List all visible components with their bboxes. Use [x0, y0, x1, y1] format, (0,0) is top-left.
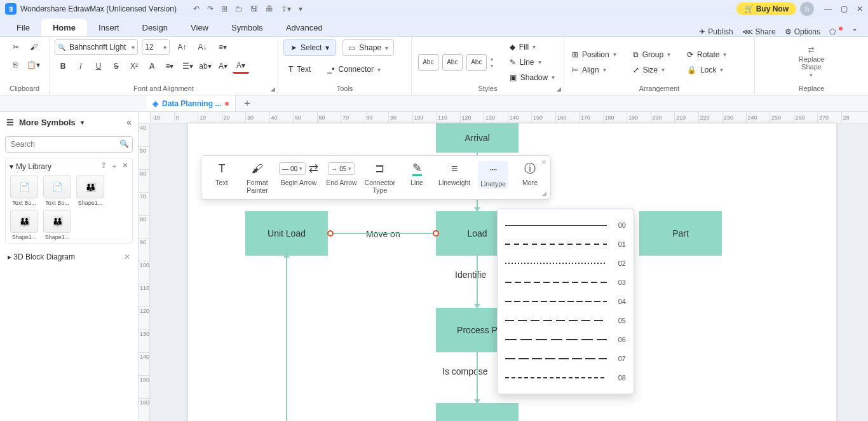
connector-process-bottom[interactable]: [477, 352, 478, 403]
lib-item-4[interactable]: 👪Shape1...: [10, 210, 39, 240]
group-button[interactable]: ⧉ Group▾: [630, 48, 673, 62]
select-tool-button[interactable]: ➤ Select ▾: [283, 39, 336, 56]
linetype-option-06[interactable]: 06: [503, 330, 628, 349]
symbol-search-input[interactable]: [5, 136, 133, 153]
linetype-option-01[interactable]: 01: [503, 235, 628, 254]
linetype-option-00[interactable]: 00: [503, 216, 628, 235]
underline-icon[interactable]: U: [90, 59, 107, 74]
bullets-icon[interactable]: ☰▾: [179, 59, 196, 74]
search-icon[interactable]: 🔍: [119, 139, 129, 148]
lib-item-2[interactable]: 📄Text Bo...: [43, 176, 72, 206]
options-button[interactable]: ⚙ Options: [785, 27, 820, 36]
format-brush-icon[interactable]: 🖌: [25, 39, 42, 55]
position-button[interactable]: ⊞ Position▾: [569, 48, 619, 62]
canvas[interactable]: Arrival Unit Load Load Part Process P: [150, 123, 868, 421]
open-icon[interactable]: 🗀: [235, 4, 243, 13]
lock-button[interactable]: 🔒 Lock▾: [684, 63, 729, 77]
italic-icon[interactable]: I: [72, 59, 89, 74]
publish-button[interactable]: ✈ Publish: [699, 27, 733, 36]
lib-item-1[interactable]: 📄Text Bo...: [10, 176, 39, 206]
text-highlight-icon[interactable]: A▾: [215, 59, 231, 74]
style-preset-1[interactable]: Abc: [418, 54, 438, 71]
connection-point-icon[interactable]: [327, 230, 334, 237]
tab-file[interactable]: File: [5, 19, 41, 36]
lib-export-icon[interactable]: ⇪: [100, 161, 107, 172]
ft-format-painter[interactable]: 🖌Format Painter: [243, 161, 271, 194]
font-family-select[interactable]: Bahnschrift Light: [55, 39, 138, 55]
ft-more[interactable]: ⓘMore: [516, 161, 544, 186]
decrease-font-icon[interactable]: A↓: [194, 39, 210, 55]
user-avatar[interactable]: h: [800, 2, 814, 16]
redo-icon[interactable]: ↷: [207, 4, 214, 13]
3d-block-section[interactable]: ▸ 3D Block Diagram ✕: [5, 249, 133, 265]
connector-unitload-down[interactable]: [286, 256, 287, 421]
rotate-button[interactable]: ⟳ Rotate▾: [684, 48, 729, 62]
hamburger-icon[interactable]: ☰: [6, 118, 14, 127]
line-spacing-icon[interactable]: ≡▾: [161, 59, 178, 74]
fill-button[interactable]: ◆ Fill▾: [507, 40, 557, 54]
font-color-icon[interactable]: A▾: [233, 59, 249, 74]
font-size-select[interactable]: 12: [142, 39, 170, 55]
new-icon[interactable]: ⊞: [221, 4, 227, 13]
cut-icon[interactable]: ✂: [8, 39, 24, 55]
print-icon[interactable]: 🖶: [266, 4, 273, 13]
style-preset-3[interactable]: Abc: [466, 54, 487, 71]
begin-arrow-select[interactable]: — 00 ▾: [279, 162, 306, 175]
undo-icon[interactable]: ↶: [193, 4, 200, 13]
line-button[interactable]: ✎ Line▾: [507, 55, 557, 69]
export-icon[interactable]: ⇪▾: [281, 4, 291, 13]
share-button[interactable]: ⋘ Share: [742, 27, 776, 36]
connector-unitload-load[interactable]: [330, 233, 433, 234]
linetype-option-04[interactable]: 04: [503, 292, 628, 311]
shape-tool-select[interactable]: ▭ Shape ▾: [342, 39, 394, 56]
linetype-option-07[interactable]: 07: [503, 349, 628, 368]
styles-down-icon[interactable]: ▾: [491, 63, 499, 69]
lib-item-3[interactable]: 👪Shape1...: [76, 176, 105, 206]
close-icon[interactable]: ✕: [857, 4, 863, 13]
bold-icon[interactable]: B: [55, 59, 71, 74]
tab-view[interactable]: View: [179, 19, 220, 36]
tab-symbols[interactable]: Symbols: [220, 19, 275, 36]
connector-load-process[interactable]: [477, 256, 478, 308]
lib-add-icon[interactable]: ＋: [111, 161, 118, 172]
style-preset-2[interactable]: Abc: [442, 54, 463, 71]
align-button[interactable]: ⊨ Align▾: [569, 63, 619, 77]
increase-font-icon[interactable]: A↑: [173, 39, 190, 55]
new-tab-button[interactable]: ＋: [242, 97, 252, 110]
more-qat-icon[interactable]: ▾: [299, 4, 302, 13]
maximize-icon[interactable]: ▢: [841, 4, 848, 13]
minimize-icon[interactable]: —: [824, 4, 832, 13]
paste-icon[interactable]: 📋▾: [25, 57, 42, 72]
linetype-option-03[interactable]: 03: [503, 273, 628, 292]
tab-advanced[interactable]: Advanced: [275, 19, 334, 36]
shape-arrival[interactable]: Arrival: [436, 123, 519, 153]
connector-tool-select[interactable]: ⎯• Connector ▾: [322, 61, 386, 78]
lib-item-5[interactable]: 👪Shape1...: [43, 210, 72, 240]
ft-connector-type[interactable]: ⊐Connector Type: [365, 161, 395, 194]
collapse-sidebar-icon[interactable]: «: [126, 117, 132, 127]
shape-bottom[interactable]: [436, 403, 519, 421]
lib-close-icon[interactable]: ✕: [122, 161, 128, 172]
tab-design[interactable]: Design: [131, 19, 179, 36]
shape-part[interactable]: Part: [639, 211, 722, 256]
ft-line[interactable]: ✎Line: [403, 161, 431, 186]
section-close-icon[interactable]: ✕: [124, 252, 130, 261]
shadow-button[interactable]: ▣ Shadow▾: [507, 71, 557, 85]
end-arrow-select[interactable]: → 05 ▾: [328, 162, 355, 175]
linetype-option-05[interactable]: 05: [503, 311, 628, 330]
copy-icon[interactable]: ⎘: [8, 57, 24, 72]
linetype-option-08[interactable]: 08: [503, 368, 628, 387]
tab-insert[interactable]: Insert: [87, 19, 131, 36]
styles-up-icon[interactable]: ▴: [491, 56, 499, 62]
collapse-ribbon-icon[interactable]: ⌃: [851, 27, 858, 36]
size-button[interactable]: ⤢ Size▾: [630, 63, 673, 77]
case-icon[interactable]: ab▾: [197, 59, 214, 74]
document-tab[interactable]: ◈ Data Planning ...: [146, 95, 236, 111]
shape-unit-load[interactable]: Unit Load: [245, 211, 328, 256]
strike-icon[interactable]: S̶: [108, 59, 125, 74]
chevron-down-icon[interactable]: ▾: [10, 162, 13, 171]
connection-point-icon[interactable]: [433, 230, 439, 237]
save-icon[interactable]: 🖫: [250, 4, 258, 13]
styles-dialog-icon[interactable]: ◢: [557, 86, 561, 92]
tab-home[interactable]: Home: [41, 19, 87, 36]
